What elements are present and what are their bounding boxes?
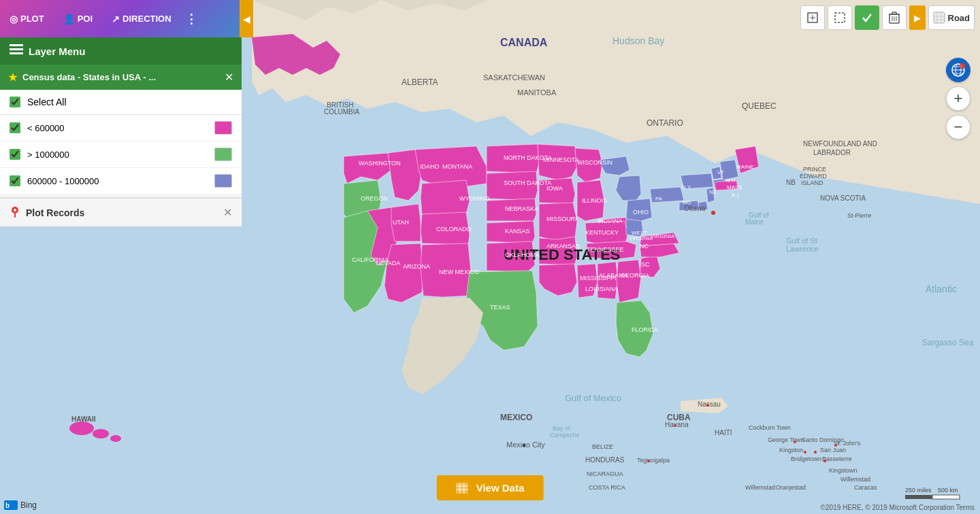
- svg-text:Willemstad: Willemstad: [840, 476, 870, 483]
- svg-text:250 miles: 250 miles: [905, 487, 932, 494]
- svg-point-20: [711, 211, 715, 215]
- legend-color-1: [214, 148, 232, 161]
- check-tool-button[interactable]: [855, 5, 879, 30]
- svg-text:Tegucigalpa: Tegucigalpa: [637, 457, 670, 464]
- svg-text:Gulf of St: Gulf of St: [786, 237, 817, 245]
- svg-text:HAWAII: HAWAII: [71, 415, 96, 423]
- svg-text:Ottawa: Ottawa: [684, 205, 706, 212]
- svg-text:VIRGINIA: VIRGINIA: [629, 235, 653, 241]
- layer-menu-title: Layer Menu: [29, 46, 85, 57]
- zoom-out-icon: −: [954, 118, 963, 136]
- svg-text:ONTARIO: ONTARIO: [647, 118, 683, 128]
- svg-text:CALIFORNIA: CALIFORNIA: [352, 256, 389, 263]
- svg-text:HAITI: HAITI: [715, 429, 732, 436]
- svg-point-115: [834, 444, 837, 447]
- bing-label: Bing: [20, 500, 37, 510]
- svg-text:UTAH: UTAH: [393, 219, 409, 226]
- svg-text:NB: NB: [786, 179, 796, 186]
- svg-rect-110: [932, 495, 960, 499]
- poi-label: POI: [78, 14, 93, 24]
- map-type-arrow[interactable]: ▶: [909, 5, 926, 30]
- census-close-icon[interactable]: ✕: [225, 71, 233, 84]
- globe-button[interactable]: !: [946, 58, 970, 82]
- zoom-out-button[interactable]: −: [946, 115, 970, 139]
- svg-text:R.I.: R.I.: [732, 192, 740, 199]
- legend-label-2: 600000 - 1000000: [27, 176, 99, 186]
- draw-tool-button[interactable]: [800, 5, 825, 30]
- svg-text:Gulf of Mexico: Gulf of Mexico: [565, 393, 621, 403]
- svg-text:NEWFOUNDLAND AND: NEWFOUNDLAND AND: [803, 140, 877, 148]
- svg-text:SASKATCHEWAN: SASKATCHEWAN: [483, 73, 545, 82]
- svg-text:SC: SC: [641, 261, 650, 268]
- svg-text:COSTA RICA: COSTA RICA: [589, 484, 625, 491]
- direction-button[interactable]: ↗ DIRECTION: [102, 8, 181, 30]
- svg-text:500 km: 500 km: [938, 487, 958, 494]
- svg-text:Nassau: Nassau: [698, 400, 721, 408]
- svg-rect-126: [835, 13, 845, 22]
- direction-label: DIRECTION: [122, 14, 172, 24]
- collapse-panel-button[interactable]: ◀: [240, 0, 253, 37]
- poi-button[interactable]: 👤 POI: [54, 8, 102, 30]
- plot-button[interactable]: ◎ PLOT: [0, 8, 54, 30]
- svg-point-1: [69, 422, 94, 435]
- svg-text:MANITOBA: MANITOBA: [517, 88, 557, 97]
- svg-text:San Juan: San Juan: [820, 447, 846, 453]
- svg-text:MINNESOTA: MINNESOTA: [543, 156, 579, 163]
- plot-icon: ◎: [10, 14, 18, 24]
- svg-text:KENTUCKY: KENTUCKY: [585, 229, 619, 236]
- svg-text:Lawrence: Lawrence: [786, 245, 819, 253]
- svg-text:VT: VT: [717, 169, 724, 175]
- svg-text:ISLAND: ISLAND: [801, 179, 823, 186]
- svg-point-81: [523, 444, 525, 447]
- select-all-row: Select All: [0, 90, 242, 115]
- svg-text:PA: PA: [655, 196, 663, 202]
- legend-label-0: < 600000: [27, 123, 65, 133]
- svg-text:Bridgetown: Bridgetown: [791, 456, 821, 462]
- svg-point-122: [14, 209, 16, 211]
- svg-text:Kingston: Kingston: [779, 447, 803, 453]
- plot-records-close-icon[interactable]: ✕: [223, 206, 232, 219]
- svg-text:Maine: Maine: [745, 218, 764, 226]
- more-button[interactable]: ⋮: [181, 6, 202, 32]
- view-data-button[interactable]: View Data: [437, 475, 544, 500]
- svg-text:TENNESSEE: TENNESSEE: [587, 246, 624, 253]
- select-all-checkbox[interactable]: [10, 97, 20, 107]
- svg-text:Atlantic: Atlantic: [926, 284, 957, 294]
- zoom-in-button[interactable]: +: [946, 86, 970, 111]
- svg-text:WISCONSIN: WISCONSIN: [577, 159, 612, 166]
- svg-rect-135: [934, 12, 945, 23]
- svg-text:Kingstown: Kingstown: [829, 467, 858, 474]
- road-label: Road: [948, 13, 970, 23]
- legend-checkbox-0[interactable]: [10, 122, 20, 133]
- zoom-in-icon: +: [954, 90, 963, 107]
- svg-point-104: [647, 460, 650, 462]
- svg-text:FLORIDA: FLORIDA: [632, 326, 658, 333]
- svg-point-113: [814, 451, 817, 453]
- legend-checkbox-2[interactable]: [10, 175, 20, 186]
- left-panel: Layer Menu ★ Census data - States in USA…: [0, 37, 242, 226]
- svg-point-85: [706, 404, 709, 407]
- svg-text:b: b: [5, 502, 10, 509]
- svg-text:MAINE: MAINE: [736, 164, 753, 170]
- svg-text:Basseterre: Basseterre: [822, 456, 852, 462]
- svg-text:NJ: NJ: [709, 189, 716, 195]
- map-toolbar-right: ▶ Road: [800, 5, 975, 30]
- census-row[interactable]: ★ Census data - States in USA - ... ✕: [0, 65, 242, 90]
- svg-text:LABRADOR: LABRADOR: [813, 149, 851, 156]
- legend-checkbox-1[interactable]: [10, 149, 20, 160]
- legend-color-2: [214, 174, 232, 188]
- poi-icon: 👤: [63, 14, 75, 24]
- svg-text:N.Y.: N.Y.: [682, 184, 692, 190]
- rect-select-button[interactable]: [828, 5, 852, 30]
- svg-text:INDIANA: INDIANA: [598, 218, 623, 224]
- svg-point-117: [804, 451, 806, 453]
- svg-text:IDAHO: IDAHO: [420, 163, 440, 170]
- svg-text:MISSOURI: MISSOURI: [546, 216, 577, 222]
- legend-item-0: < 600000: [0, 115, 242, 141]
- svg-text:VIRGINIA: VIRGINIA: [651, 233, 675, 239]
- map-icon-btn[interactable]: Road: [928, 5, 975, 30]
- svg-text:OKLAHOMA: OKLAHOMA: [505, 252, 540, 258]
- trash-tool-button[interactable]: [882, 5, 906, 30]
- svg-rect-118: [10, 44, 23, 46]
- svg-text:TEXAS: TEXAS: [490, 304, 510, 311]
